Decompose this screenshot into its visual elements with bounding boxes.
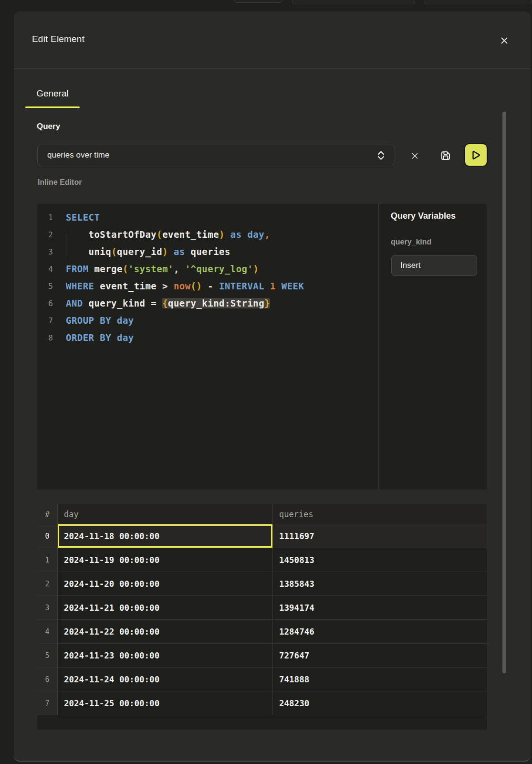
code-line: 6AND query_kind = {query_kind:String} bbox=[37, 295, 378, 312]
query-select-value: queries over time bbox=[47, 150, 109, 160]
table-cell[interactable]: 248230 bbox=[272, 691, 487, 715]
indent-guide bbox=[67, 230, 67, 258]
table-row: 72024-11-25 00:00:00248230 bbox=[37, 691, 487, 715]
insert-variable-button[interactable]: Insert bbox=[391, 255, 477, 276]
save-query-button[interactable] bbox=[438, 149, 452, 162]
tab-general-label: General bbox=[36, 88, 69, 99]
save-icon bbox=[440, 150, 451, 161]
play-icon bbox=[471, 150, 481, 160]
code-line: 5WHERE event_time > now() - INTERVAL 1 W… bbox=[37, 277, 378, 295]
run-query-button[interactable] bbox=[464, 143, 488, 167]
close-icon bbox=[501, 37, 508, 44]
row-index-cell: 0 bbox=[37, 524, 57, 548]
table-header-cell[interactable]: # bbox=[37, 504, 57, 524]
query-section-label: Query bbox=[37, 122, 60, 131]
modal-scrollbar[interactable] bbox=[502, 112, 506, 673]
line-number: 6 bbox=[37, 299, 53, 308]
table-cell[interactable]: 2024-11-19 00:00:00 bbox=[57, 548, 272, 572]
inline-editor-label: Inline Editor bbox=[38, 178, 82, 187]
row-index-cell: 4 bbox=[37, 620, 57, 644]
clear-query-button[interactable] bbox=[408, 149, 421, 162]
tab-general[interactable]: General bbox=[25, 84, 80, 108]
clear-icon bbox=[412, 153, 418, 159]
code-line: 7GROUP BY day bbox=[37, 312, 378, 329]
code-area[interactable]: 1SELECT2 toStartOfDay(event_time) as day… bbox=[37, 204, 378, 489]
table-cell[interactable]: 1450813 bbox=[272, 548, 487, 572]
code-line: 3 uniq(query_id) as queries bbox=[37, 243, 378, 260]
code-text: GROUP BY day bbox=[53, 315, 134, 326]
line-number: 4 bbox=[37, 265, 53, 274]
select-chevrons-icon bbox=[377, 150, 385, 160]
code-line: 4FROM merge('system', '^query_log') bbox=[37, 260, 378, 277]
table-header-row: #dayqueries bbox=[37, 504, 487, 524]
code-text: FROM merge('system', '^query_log') bbox=[53, 264, 259, 274]
code-text: SELECT bbox=[53, 212, 100, 223]
table-row: 62024-11-24 00:00:00741888 bbox=[37, 668, 487, 691]
query-variables-panel: Query Variables query_kind Insert bbox=[378, 204, 487, 489]
tab-active-underline bbox=[25, 106, 80, 108]
row-index-cell: 1 bbox=[37, 548, 57, 572]
line-number: 7 bbox=[37, 316, 53, 325]
row-index-cell: 7 bbox=[37, 691, 57, 715]
code-line: 2 toStartOfDay(event_time) as day, bbox=[37, 226, 378, 243]
line-number: 1 bbox=[37, 213, 53, 222]
row-index-cell: 5 bbox=[37, 644, 57, 668]
table-row: 12024-11-19 00:00:001450813 bbox=[37, 548, 487, 572]
table-cell[interactable]: 1111697 bbox=[272, 524, 487, 548]
table-cell[interactable]: 2024-11-24 00:00:00 bbox=[57, 668, 272, 691]
table-cell[interactable]: 1284746 bbox=[272, 620, 487, 644]
table-row: 22024-11-20 00:00:001385843 bbox=[37, 572, 487, 596]
table-cell[interactable]: 2024-11-21 00:00:00 bbox=[57, 596, 272, 620]
code-text: WHERE event_time > now() - INTERVAL 1 WE… bbox=[53, 281, 304, 291]
toolbar-button-3[interactable] bbox=[424, 0, 532, 4]
row-index-cell: 6 bbox=[37, 668, 57, 691]
table-cell[interactable]: 1394174 bbox=[272, 596, 487, 620]
code-text: toStartOfDay(event_time) as day, bbox=[53, 229, 270, 240]
table-cell[interactable]: 2024-11-25 00:00:00 bbox=[57, 691, 272, 715]
results-table: #dayqueries02024-11-18 00:00:00111169712… bbox=[37, 504, 487, 730]
query-select[interactable]: queries over time bbox=[37, 145, 395, 165]
close-button[interactable] bbox=[498, 34, 511, 47]
code-text: AND query_kind = {query_kind:String} bbox=[53, 298, 270, 308]
row-index-cell: 2 bbox=[37, 572, 57, 596]
table-row: 02024-11-18 00:00:001111697 bbox=[37, 524, 487, 548]
page: Edit Element General Query queries over … bbox=[0, 0, 532, 764]
code-line: 1SELECT bbox=[37, 209, 378, 226]
dialog-title: Edit Element bbox=[32, 34, 84, 44]
variable-name-label: query_kind bbox=[391, 238, 431, 246]
table-cell[interactable]: 1385843 bbox=[272, 572, 487, 596]
table-cell[interactable]: 2024-11-22 00:00:00 bbox=[57, 620, 272, 644]
toolbar-button-2[interactable] bbox=[292, 0, 415, 4]
query-variables-title: Query Variables bbox=[391, 211, 456, 221]
table-header-cell[interactable]: queries bbox=[272, 504, 487, 524]
row-index-cell: 3 bbox=[37, 596, 57, 620]
table-row: 32024-11-21 00:00:001394174 bbox=[37, 596, 487, 620]
table-cell[interactable]: 727647 bbox=[272, 644, 487, 668]
table-cell[interactable]: 2024-11-18 00:00:00 bbox=[57, 524, 272, 548]
toolbar-button-1[interactable] bbox=[234, 0, 282, 3]
table-header-cell[interactable]: day bbox=[57, 504, 272, 524]
code-text: uniq(query_id) as queries bbox=[53, 246, 230, 257]
line-number: 3 bbox=[37, 247, 53, 256]
edit-element-dialog: Edit Element General Query queries over … bbox=[14, 11, 531, 762]
table-cell[interactable]: 2024-11-20 00:00:00 bbox=[57, 572, 272, 596]
table-cell[interactable]: 741888 bbox=[272, 668, 487, 691]
line-number: 8 bbox=[37, 333, 53, 342]
code-text: ORDER BY day bbox=[53, 332, 134, 343]
line-number: 2 bbox=[37, 230, 53, 239]
header-divider bbox=[14, 68, 531, 69]
line-number: 5 bbox=[37, 282, 53, 291]
table-cell[interactable]: 2024-11-23 00:00:00 bbox=[57, 644, 272, 668]
code-line: 8ORDER BY day bbox=[37, 329, 378, 346]
table-row: 42024-11-22 00:00:001284746 bbox=[37, 620, 487, 644]
sql-editor: 1SELECT2 toStartOfDay(event_time) as day… bbox=[37, 204, 487, 489]
table-row: 52024-11-23 00:00:00727647 bbox=[37, 644, 487, 668]
